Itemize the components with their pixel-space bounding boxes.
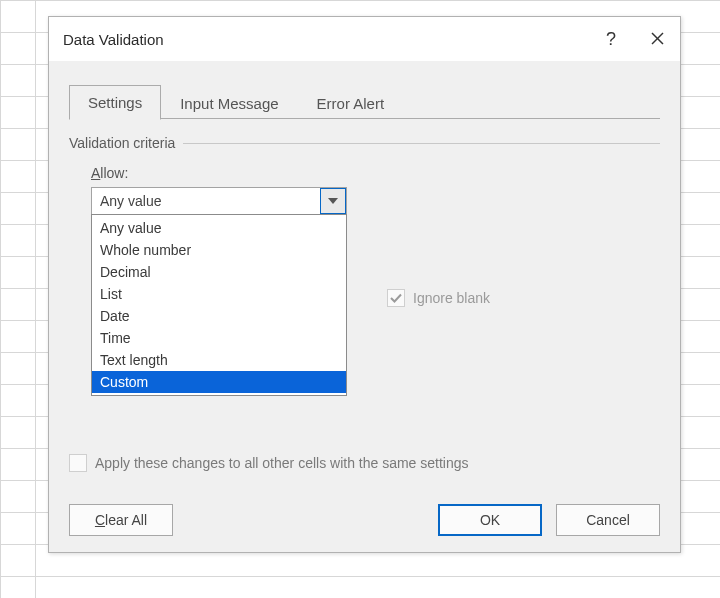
- allow-option-time[interactable]: Time: [92, 327, 346, 349]
- help-icon: ?: [606, 29, 616, 50]
- section-validation-criteria: Validation criteria: [69, 135, 660, 151]
- close-button[interactable]: [634, 17, 680, 61]
- allow-option-any-value[interactable]: Any value: [92, 217, 346, 239]
- tab-label: Input Message: [180, 95, 278, 112]
- option-label: Custom: [100, 374, 148, 390]
- ignore-blank-row: Ignore blank: [387, 289, 490, 307]
- tab-settings[interactable]: Settings: [69, 85, 161, 120]
- allow-accesskey: A: [91, 165, 100, 181]
- option-label: Time: [100, 330, 131, 346]
- section-title: Validation criteria: [69, 135, 175, 151]
- option-label: Decimal: [100, 264, 151, 280]
- ok-label: OK: [480, 512, 500, 528]
- tab-label: Error Alert: [317, 95, 385, 112]
- apply-all-label: Apply these changes to all other cells w…: [95, 455, 469, 471]
- allow-combobox[interactable]: Any value: [91, 187, 347, 215]
- checkmark-icon: [390, 292, 402, 304]
- ignore-blank-checkbox: [387, 289, 405, 307]
- titlebar: Data Validation ?: [49, 17, 680, 61]
- cancel-label: Cancel: [586, 512, 630, 528]
- clear-all-rest: lear All: [105, 512, 147, 528]
- option-label: Any value: [100, 220, 161, 236]
- option-label: Date: [100, 308, 130, 324]
- clear-all-accesskey: C: [95, 512, 105, 528]
- data-validation-dialog: Data Validation ? Settings Input Message…: [48, 16, 681, 553]
- apply-all-checkbox: [69, 454, 87, 472]
- tab-strip: Settings Input Message Error Alert: [69, 79, 660, 119]
- allow-option-whole-number[interactable]: Whole number: [92, 239, 346, 261]
- option-label: List: [100, 286, 122, 302]
- help-button[interactable]: ?: [588, 17, 634, 61]
- tab-label: Settings: [88, 94, 142, 111]
- allow-combobox-value: Any value: [92, 193, 320, 209]
- allow-option-list[interactable]: List: [92, 283, 346, 305]
- close-icon: [651, 29, 664, 50]
- allow-combobox-button[interactable]: [320, 188, 346, 214]
- option-label: Text length: [100, 352, 168, 368]
- option-label: Whole number: [100, 242, 191, 258]
- section-divider: [183, 143, 660, 144]
- allow-option-custom[interactable]: Custom: [92, 371, 346, 393]
- button-row: Clear All OK Cancel: [69, 504, 660, 536]
- allow-dropdown-list[interactable]: Any value Whole number Decimal List Date…: [91, 214, 347, 396]
- clear-all-button[interactable]: Clear All: [69, 504, 173, 536]
- ignore-blank-label: Ignore blank: [413, 290, 490, 306]
- chevron-down-icon: [328, 198, 338, 204]
- apply-all-row: Apply these changes to all other cells w…: [69, 454, 469, 472]
- cancel-button[interactable]: Cancel: [556, 504, 660, 536]
- allow-label: Allow:: [91, 165, 660, 181]
- dialog-title: Data Validation: [63, 31, 164, 48]
- dialog-body: Settings Input Message Error Alert Valid…: [49, 61, 680, 552]
- allow-option-decimal[interactable]: Decimal: [92, 261, 346, 283]
- tab-error-alert[interactable]: Error Alert: [298, 86, 404, 120]
- tab-input-message[interactable]: Input Message: [161, 86, 297, 120]
- allow-option-text-length[interactable]: Text length: [92, 349, 346, 371]
- allow-label-rest: llow:: [100, 165, 128, 181]
- ok-button[interactable]: OK: [438, 504, 542, 536]
- allow-option-date[interactable]: Date: [92, 305, 346, 327]
